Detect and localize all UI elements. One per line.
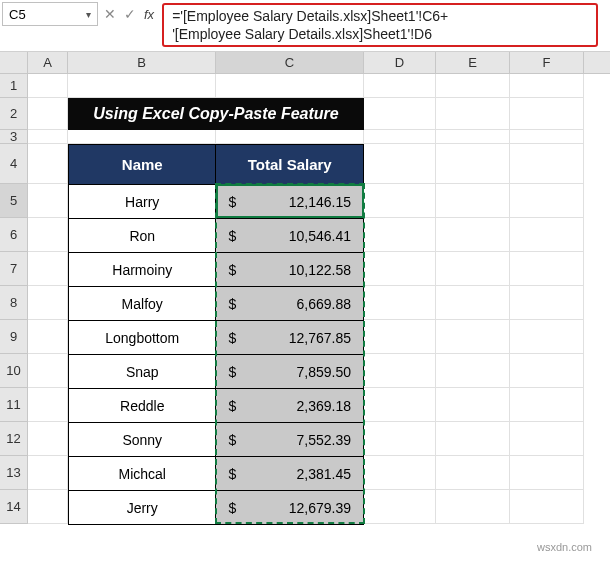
cells-area[interactable]: Using Excel Copy-Paste Feature Name Tota…	[28, 74, 610, 524]
currency-symbol: $	[224, 228, 236, 244]
select-all-corner[interactable]	[0, 52, 28, 73]
table-row[interactable]: Sonny$7,552.39	[69, 423, 364, 457]
header-name[interactable]: Name	[69, 145, 216, 185]
table-row[interactable]: Jerry$12,679.39	[69, 491, 364, 525]
cell-name[interactable]: Harmoiny	[69, 253, 216, 287]
cell-salary[interactable]: $10,122.58	[216, 253, 364, 287]
currency-symbol: $	[224, 262, 236, 278]
currency-symbol: $	[224, 364, 236, 380]
formula-bar-buttons: ✕ ✓ fx	[104, 2, 154, 26]
table-row[interactable]: Harmoiny$10,122.58	[69, 253, 364, 287]
currency-symbol: $	[224, 432, 236, 448]
salary-value: 7,859.50	[297, 364, 356, 380]
salary-value: 12,767.85	[289, 330, 355, 346]
salary-value: 7,552.39	[297, 432, 356, 448]
cell-name[interactable]: Sonny	[69, 423, 216, 457]
salary-value: 12,146.15	[289, 194, 355, 210]
table-header-row: Name Total Salary	[69, 145, 364, 185]
currency-symbol: $	[224, 398, 236, 414]
col-header-f[interactable]: F	[510, 52, 584, 73]
sheet-title: Using Excel Copy-Paste Feature	[68, 98, 364, 130]
fx-icon[interactable]: fx	[144, 7, 154, 22]
cell-salary[interactable]: $7,552.39	[216, 423, 364, 457]
formula-bar[interactable]: ='[Employee Salary Details.xlsx]Sheet1'!…	[162, 3, 598, 47]
table-row[interactable]: Snap$7,859.50	[69, 355, 364, 389]
cell-name[interactable]: Snap	[69, 355, 216, 389]
currency-symbol: $	[224, 466, 236, 482]
table-row[interactable]: Malfoy$6,669.88	[69, 287, 364, 321]
cell-name[interactable]: Jerry	[69, 491, 216, 525]
watermark: wsxdn.com	[537, 541, 592, 553]
row-header-14[interactable]: 14	[0, 490, 28, 524]
table-row[interactable]: Ron$10,546.41	[69, 219, 364, 253]
col-header-a[interactable]: A	[28, 52, 68, 73]
formula-line-2: '[Employee Salary Details.xlsx]Sheet1'!D…	[172, 25, 588, 43]
salary-value: 10,122.58	[289, 262, 355, 278]
row-header-12[interactable]: 12	[0, 422, 28, 456]
salary-table: Name Total Salary Harry$12,146.15Ron$10,…	[68, 144, 364, 525]
salary-value: 2,369.18	[297, 398, 356, 414]
col-header-e[interactable]: E	[436, 52, 510, 73]
col-header-b[interactable]: B	[68, 52, 216, 73]
col-header-d[interactable]: D	[364, 52, 436, 73]
cell-name[interactable]: Malfoy	[69, 287, 216, 321]
cancel-icon[interactable]: ✕	[104, 6, 116, 22]
name-box-value: C5	[9, 7, 86, 22]
row-header-1[interactable]: 1	[0, 74, 28, 98]
row-headers: 1 2 3 4 5 6 7 8 9 10 11 12 13 14	[0, 74, 28, 524]
currency-symbol: $	[224, 330, 236, 346]
row-header-8[interactable]: 8	[0, 286, 28, 320]
currency-symbol: $	[224, 500, 236, 516]
row-header-9[interactable]: 9	[0, 320, 28, 354]
col-header-c[interactable]: C	[216, 52, 364, 73]
confirm-icon[interactable]: ✓	[124, 6, 136, 22]
cell-salary[interactable]: $12,679.39	[216, 491, 364, 525]
cell-salary[interactable]: $12,146.15	[216, 185, 364, 219]
cell-salary[interactable]: $12,767.85	[216, 321, 364, 355]
table-row[interactable]: Reddle$2,369.18	[69, 389, 364, 423]
row-header-4[interactable]: 4	[0, 144, 28, 184]
cell-salary[interactable]: $7,859.50	[216, 355, 364, 389]
column-headers: A B C D E F	[0, 52, 610, 74]
cell-name[interactable]: Reddle	[69, 389, 216, 423]
formula-bar-row: C5 ▾ ✕ ✓ fx ='[Employee Salary Details.x…	[0, 0, 610, 52]
table-row[interactable]: Michcal$2,381.45	[69, 457, 364, 491]
formula-line-1: ='[Employee Salary Details.xlsx]Sheet1'!…	[172, 7, 588, 25]
currency-symbol: $	[224, 296, 236, 312]
table-row[interactable]: Harry$12,146.15	[69, 185, 364, 219]
cell-name[interactable]: Harry	[69, 185, 216, 219]
salary-value: 2,381.45	[297, 466, 356, 482]
row-header-13[interactable]: 13	[0, 456, 28, 490]
name-box-dropdown-icon[interactable]: ▾	[86, 9, 91, 20]
cell-salary[interactable]: $2,369.18	[216, 389, 364, 423]
row-header-6[interactable]: 6	[0, 218, 28, 252]
salary-value: 10,546.41	[289, 228, 355, 244]
salary-value: 6,669.88	[297, 296, 356, 312]
row-header-2[interactable]: 2	[0, 98, 28, 130]
cell-name[interactable]: Michcal	[69, 457, 216, 491]
row-header-7[interactable]: 7	[0, 252, 28, 286]
cell-name[interactable]: Longbottom	[69, 321, 216, 355]
cell-salary[interactable]: $2,381.45	[216, 457, 364, 491]
table-row[interactable]: Longbottom$12,767.85	[69, 321, 364, 355]
row-header-11[interactable]: 11	[0, 388, 28, 422]
cell-salary[interactable]: $10,546.41	[216, 219, 364, 253]
cell-name[interactable]: Ron	[69, 219, 216, 253]
grid-body: 1 2 3 4 5 6 7 8 9 10 11 12 13 14 Using E…	[0, 74, 610, 524]
salary-value: 12,679.39	[289, 500, 355, 516]
cell-salary[interactable]: $6,669.88	[216, 287, 364, 321]
row-header-5[interactable]: 5	[0, 184, 28, 218]
name-box[interactable]: C5 ▾	[2, 2, 98, 26]
currency-symbol: $	[224, 194, 236, 210]
row-header-3[interactable]: 3	[0, 130, 28, 144]
header-salary[interactable]: Total Salary	[216, 145, 364, 185]
row-header-10[interactable]: 10	[0, 354, 28, 388]
